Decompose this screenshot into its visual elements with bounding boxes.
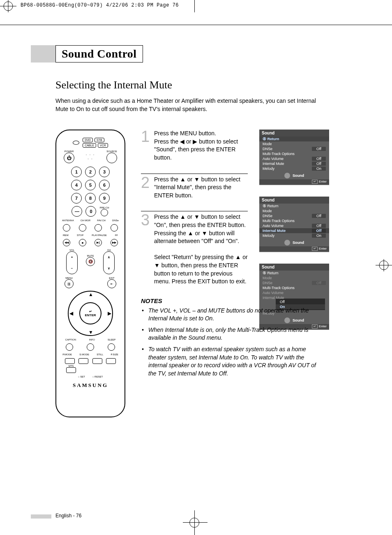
cable-pill: CABLE (83, 143, 96, 148)
osd-row-value: Off (312, 224, 326, 228)
play-button: ▶|| (95, 239, 102, 246)
ir-dots: · · ·· · (86, 153, 95, 161)
osd-row-label: Auto Volume (263, 291, 284, 295)
crop-mark (194, 0, 195, 12)
psize-label: P.SIZE (111, 353, 118, 356)
chmgr-label: CH MGR (81, 219, 90, 222)
play-label: PLAY/PAUSE (92, 234, 106, 236)
psize-button (106, 358, 116, 364)
step-text: Press the ▲ or ▼ button to select "On", … (154, 213, 248, 285)
info-button (87, 343, 94, 351)
step-number: 2 (141, 176, 150, 200)
osd-hint-bar: ↵Enter (259, 179, 329, 184)
osd-row: DNSeOff (259, 146, 329, 151)
osd-row-label: Melody (263, 234, 274, 238)
digit-5: 5 (85, 180, 96, 190)
speaker-icon (284, 173, 290, 178)
dvd-pill: DVD (83, 138, 93, 142)
osd-row-value: On (312, 234, 326, 238)
still-label: STILL (97, 353, 103, 356)
osd-title: Sound (259, 130, 329, 137)
prech-button (101, 209, 108, 216)
pmode-button (65, 358, 75, 364)
pmode-label: P.MODE (62, 353, 72, 356)
speaker-icon (284, 240, 290, 245)
osd-row: Internal MuteOff (259, 161, 329, 166)
page-title: Sound Control (55, 45, 143, 63)
digit-7: 7 (71, 193, 82, 204)
right-arrow-icon: ▶ (108, 310, 111, 316)
ff-label: FF (115, 234, 118, 236)
vcr-pill: VCR (98, 143, 108, 148)
step: 2Press the ▲ or ▼ button to select "Inte… (141, 174, 248, 200)
rew-button: ◀◀ (63, 239, 70, 246)
osd-row-value: Off (312, 157, 326, 161)
notes-section: NOTES The VOL +, VOL – and MUTE buttons … (141, 297, 318, 378)
osd-row-label: Internal Mute (263, 296, 284, 300)
caption-button (66, 343, 73, 351)
section-heading: Selecting the Internal Mute (55, 79, 327, 91)
stb-pill: STB (95, 138, 104, 142)
osd-row: DNSeOff (259, 213, 329, 218)
digit-2: 2 (85, 167, 96, 177)
sleep-label: SLEEP (108, 338, 115, 341)
osd-row: Auto VolumeOff (259, 223, 329, 228)
osd-row-value: On (312, 167, 326, 171)
channel-rocker: ∧∨ (103, 251, 115, 274)
osd-row: Multi-Track Options (259, 218, 329, 223)
step-number: 1 (141, 130, 150, 162)
power-button: ⏻ (64, 153, 74, 163)
digit-9: 9 (99, 193, 110, 204)
osd-row: Multi-Track Options (259, 151, 329, 156)
dnse-button (111, 224, 118, 232)
stop-label: STOP (77, 234, 83, 236)
intro-paragraph: When using a device such as a Home Theat… (55, 97, 327, 113)
osd-row-label: Mode (263, 142, 272, 146)
osd-row-label: DNSe (263, 147, 272, 151)
footer-accent (31, 514, 51, 519)
osd-footer-label: Sound (293, 241, 304, 245)
note-item: To watch TV with an external speaker sys… (141, 345, 318, 378)
osd-row: Auto VolumeOff (259, 156, 329, 161)
exit-button: ⇤ (107, 279, 116, 288)
osd-row-label: Mode (263, 209, 272, 213)
crop-mark (189, 518, 199, 528)
osd-hint-bar: ↵Enter (259, 246, 329, 251)
sleep-button (108, 343, 115, 351)
smode-button (78, 358, 88, 364)
print-header: BP68-00588G-00Eng(070~079) 4/22/06 2:03 … (21, 2, 179, 8)
digit-3: 3 (99, 167, 110, 177)
osd-row: Auto Volume (259, 290, 329, 295)
osd-title: Sound (259, 197, 329, 204)
title-accent (31, 45, 55, 63)
antenna-label: ANTENNA (62, 219, 74, 222)
step-text: Press the MENU button.Press the ◀ or ▶ b… (154, 130, 248, 162)
crop-mark (0, 0, 16, 12)
reset-label: ○ RESET (92, 375, 103, 378)
osd-panel: Sound⦿ ReturnModeDNSeOffMulti-Track Opti… (259, 130, 329, 185)
osd-row-label: Multi-Track Options (263, 286, 295, 290)
info-label: INFO (89, 338, 95, 341)
down-arrow-icon: ▼ (88, 329, 93, 335)
osd-panel: Sound⦿ ReturnModeDNSeOffMulti-Track Opti… (259, 197, 329, 252)
still-button (92, 358, 102, 364)
osd-row-value: Off (312, 147, 326, 151)
source-button (106, 153, 117, 163)
remote-illustration: DVD STB CABLE VCR POWER ⏻ · · ·· · (55, 130, 125, 417)
enter-button: ↵ENTER (79, 302, 101, 324)
note-item: The VOL +, VOL – and MUTE buttons do not… (141, 307, 318, 323)
osd-row-value: Off (312, 229, 326, 233)
osd-row-label: DNSe (263, 281, 272, 285)
mute-button: 🔇 (86, 257, 95, 266)
brand-logo: SAMSUNG (60, 382, 120, 389)
crop-mark (376, 259, 392, 271)
digit-4: 4 (71, 180, 82, 190)
dnse-label: DNSe (112, 219, 119, 222)
osd-footer: Sound (259, 238, 329, 246)
osd-row: Multi-Track Options (259, 285, 329, 290)
osd-footer-label: Sound (293, 174, 304, 178)
osd-title: Sound (259, 264, 329, 271)
antenna-button (63, 224, 70, 232)
favch-label: FAV.CH (97, 219, 106, 222)
note-item: When Internal Mute is on, only the Multi… (141, 326, 318, 342)
